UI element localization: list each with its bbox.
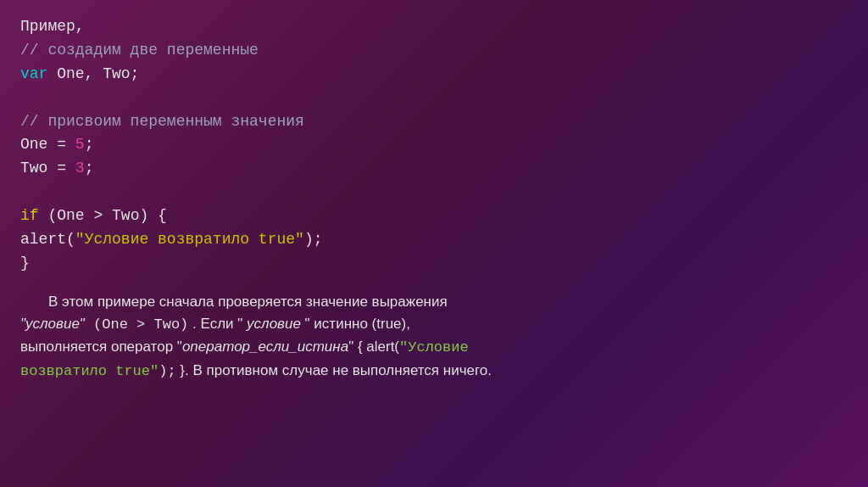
code-line-6: One = 5; bbox=[20, 133, 848, 157]
op-eq-2: = bbox=[47, 160, 75, 176]
code-line-3: var One, Two; bbox=[20, 63, 848, 87]
var-one: One bbox=[20, 136, 47, 153]
main-content: Пример, // создадим две переменные var O… bbox=[0, 0, 868, 396]
paren-end: ); bbox=[304, 231, 323, 248]
desc-alert-str1: "Условие bbox=[399, 339, 469, 355]
comment-2: // присвоим переменным значения bbox=[20, 113, 304, 130]
description-block: В этом примере сначала проверяется значе… bbox=[20, 291, 848, 383]
comment-1: // создадим две переменные bbox=[20, 42, 259, 59]
desc-para-3: выполняется оператор "оператор_если_исти… bbox=[20, 336, 848, 359]
var-names: One, Two; bbox=[47, 65, 139, 82]
code-line-5: // присвоим переменным значения bbox=[20, 110, 848, 134]
code-line-2: // создадим две переменные bbox=[20, 39, 848, 63]
var-two: Two bbox=[20, 160, 47, 176]
desc-text-end: }. В противном случае не выполняется нич… bbox=[176, 362, 492, 378]
semi-1: ; bbox=[85, 136, 94, 153]
code-line-9: if (One > Two) { bbox=[20, 204, 848, 228]
desc-mono-condition: (One > Two) bbox=[85, 316, 188, 333]
alert-string: "Условие возвратило true" bbox=[75, 231, 304, 248]
code-line-blank-1 bbox=[20, 87, 848, 110]
code-line-1: Пример, bbox=[20, 15, 848, 39]
if-condition: (One > Two) { bbox=[39, 207, 167, 224]
kw-var: var bbox=[20, 65, 47, 82]
num-5: 5 bbox=[75, 136, 85, 153]
code-line-7: Two = 3; bbox=[20, 157, 848, 181]
kw-if: if bbox=[20, 207, 39, 224]
num-3: 3 bbox=[75, 160, 85, 176]
code-line-11: } bbox=[20, 252, 848, 276]
desc-para-1: В этом примере сначала проверяется значе… bbox=[20, 291, 848, 313]
semi-2: ; bbox=[85, 160, 94, 176]
desc-text-3: " истинно (true), bbox=[305, 316, 410, 332]
desc-indent bbox=[20, 294, 48, 310]
code-line-10: alert("Условие возвратило true"); bbox=[20, 228, 848, 252]
text-example-label: Пример, bbox=[20, 18, 85, 35]
desc-para-2: "условие" (One > Two) . Если " условие "… bbox=[20, 313, 848, 336]
code-line-blank-2 bbox=[20, 181, 848, 204]
desc-italic-2: условие bbox=[242, 316, 304, 332]
desc-text-5: " { bbox=[348, 339, 362, 355]
desc-alert-fn: alert( bbox=[363, 339, 399, 355]
op-eq-1: = bbox=[47, 136, 75, 153]
desc-alert-str2: возвратило true" bbox=[20, 363, 159, 379]
desc-text-1: В этом примере сначала проверяется значе… bbox=[48, 294, 448, 310]
desc-para-4: возвратило true"); }. В противном случае… bbox=[20, 360, 848, 383]
desc-text-2: . Если " bbox=[188, 316, 242, 332]
desc-italic-1: "условие" bbox=[20, 316, 85, 332]
paren-open: ( bbox=[66, 231, 75, 248]
desc-italic-3: оператор_если_истина bbox=[182, 339, 348, 355]
code-block: Пример, // создадим две переменные var O… bbox=[20, 15, 848, 276]
desc-text-4: выполняется оператор " bbox=[20, 339, 182, 355]
brace-close: } bbox=[20, 255, 30, 271]
fn-alert: alert bbox=[20, 231, 66, 248]
desc-alert-end: ); bbox=[159, 363, 175, 379]
